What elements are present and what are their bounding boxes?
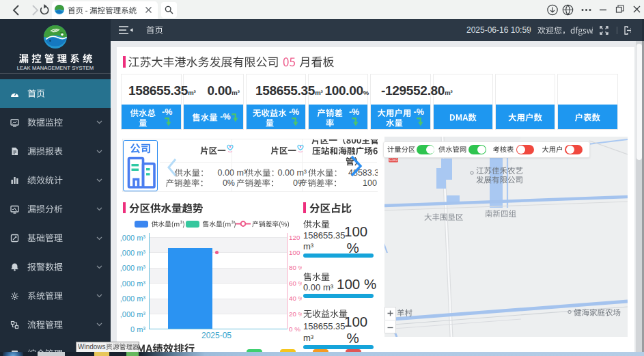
svg-text:Windows: Windows xyxy=(78,343,106,351)
svg-text:G343: G343 xyxy=(389,158,398,162)
